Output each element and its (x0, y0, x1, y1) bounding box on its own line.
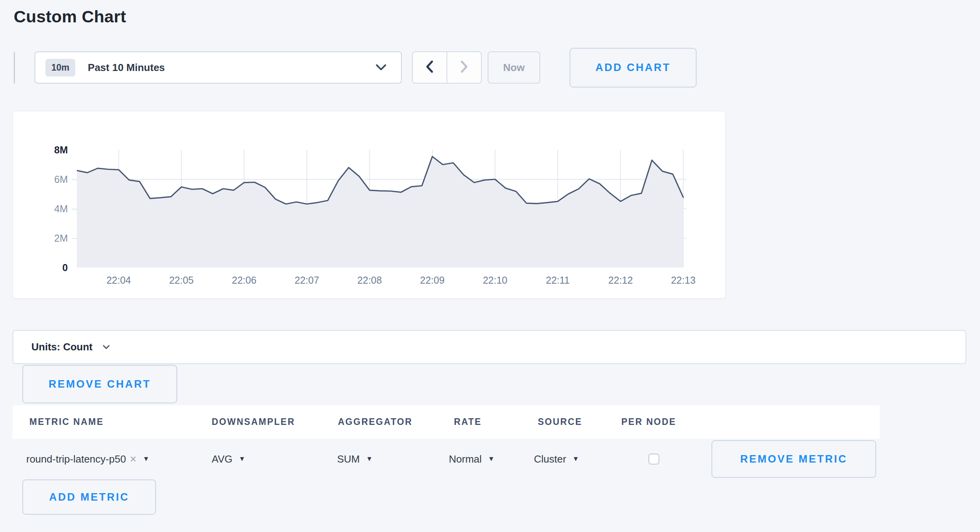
caret-down-icon: ▼ (488, 455, 495, 463)
chart-svg (77, 150, 686, 268)
caret-down-icon: ▼ (143, 455, 149, 463)
x-axis-label: 22:12 (593, 275, 648, 286)
chevron-right-icon (460, 60, 468, 75)
toolbar-left-divider (14, 52, 15, 84)
metric-name-value: round-trip-latency-p50 (26, 453, 126, 465)
header-downsampler: DOWNSAMPLER (212, 405, 295, 439)
y-axis-tick (72, 238, 77, 239)
per-node-cell (648, 454, 659, 465)
header-source: SOURCE (538, 405, 582, 439)
aggregator-select[interactable]: SUM ▼ (337, 453, 373, 465)
y-axis-label: 6M (21, 173, 68, 186)
x-axis-label: 22:04 (91, 275, 146, 286)
time-scale-label: Past 10 Minutes (88, 62, 165, 74)
caret-down-icon: ▼ (572, 455, 579, 463)
downsampler-value: AVG (212, 453, 232, 465)
source-value: Cluster (534, 453, 566, 465)
caret-down-icon: ▼ (366, 455, 373, 463)
x-axis-label: 22:09 (405, 275, 460, 286)
y-axis-label: 0 (21, 261, 68, 274)
x-axis-label: 22:10 (468, 275, 523, 286)
metric-name-select[interactable]: round-trip-latency-p50 × ▼ (26, 453, 149, 466)
x-axis-label: 22:11 (530, 275, 585, 286)
next-time-button[interactable] (447, 52, 481, 83)
remove-chart-button[interactable]: REMOVE CHART (22, 365, 177, 403)
per-node-checkbox[interactable] (648, 454, 659, 465)
y-axis-tick (72, 209, 77, 210)
source-select[interactable]: Cluster ▼ (534, 453, 579, 465)
y-axis-label: 4M (21, 202, 68, 215)
x-axis-label: 22:07 (279, 275, 334, 286)
remove-metric-button[interactable]: REMOVE METRIC (711, 440, 876, 478)
add-metric-button[interactable]: ADD METRIC (22, 479, 156, 515)
y-axis-label: 2M (21, 232, 68, 244)
time-step-group (412, 51, 482, 84)
caret-down-icon: ▼ (239, 455, 245, 463)
header-rate: RATE (454, 405, 482, 439)
downsampler-select[interactable]: AVG ▼ (212, 453, 245, 465)
metrics-table-header: METRIC NAME DOWNSAMPLER AGGREGATOR RATE … (13, 405, 880, 439)
prev-time-button[interactable] (413, 52, 447, 83)
aggregator-value: SUM (337, 453, 360, 465)
header-aggregator: AGGREGATOR (338, 405, 412, 439)
chevron-down-icon (103, 345, 110, 350)
chevron-left-icon (426, 60, 434, 75)
units-dropdown-label: Units: Count (31, 341, 93, 353)
units-dropdown[interactable]: Units: Count (13, 330, 966, 364)
header-per-node: PER NODE (621, 405, 676, 439)
rate-select[interactable]: Normal ▼ (449, 453, 495, 465)
page-title: Custom Chart (14, 7, 126, 26)
time-scale-dropdown[interactable]: 10m Past 10 Minutes (34, 51, 402, 84)
y-axis-tick (72, 179, 77, 180)
x-axis-label: 22:08 (342, 275, 397, 286)
x-axis-label: 22:06 (217, 275, 272, 286)
y-axis-label: 8M (21, 144, 68, 156)
clear-metric-icon[interactable]: × (130, 453, 136, 466)
rate-value: Normal (449, 453, 482, 465)
x-axis-label: 22:05 (154, 275, 209, 286)
time-scale-badge: 10m (45, 59, 75, 77)
chart-card: 8M6M4M2M0 22:0422:0522:0622:0722:0822:09… (13, 111, 726, 299)
header-metric-name: METRIC NAME (29, 405, 104, 439)
x-axis-label: 22:13 (656, 275, 711, 286)
chevron-down-icon (376, 64, 386, 71)
add-chart-button[interactable]: ADD CHART (570, 48, 697, 87)
now-button[interactable]: Now (488, 51, 540, 84)
